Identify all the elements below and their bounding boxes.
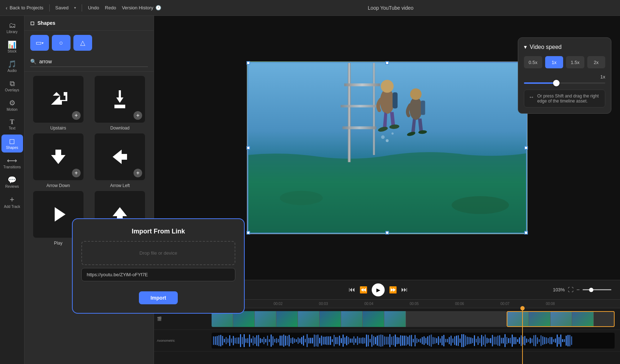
sidebar-item-label-library: Library <box>6 30 18 34</box>
arrow-down-svg <box>44 142 73 171</box>
audio-track: Axonometric <box>154 330 620 351</box>
wave-bar <box>215 336 216 345</box>
clip-frame-h2 <box>529 312 551 327</box>
modal-drop-area[interactable]: Drop file or device <box>81 241 235 265</box>
speed-panel-header[interactable]: ▾ Video speed <box>524 44 605 50</box>
speed-slider-fill <box>524 82 556 84</box>
rewind-button[interactable]: ⏪ <box>359 286 367 294</box>
wave-bar <box>323 337 324 345</box>
timeline-playhead[interactable] <box>522 308 523 364</box>
svg-rect-7 <box>348 62 350 162</box>
search-icon: 🔍 <box>30 59 36 64</box>
redo-button[interactable]: Redo <box>105 5 116 10</box>
video-clip-main[interactable] <box>212 311 507 327</box>
wave-bar <box>236 337 237 344</box>
wave-bar <box>460 338 461 343</box>
skip-to-start-button[interactable]: ⏮ <box>349 286 355 294</box>
shape-item-upstairs[interactable]: + Upstairs <box>29 76 88 131</box>
shape-item-download[interactable]: + Download <box>91 76 150 131</box>
speed-slider-thumb[interactable] <box>553 80 560 86</box>
speed-1.5x-button[interactable]: 1.5x <box>566 56 584 68</box>
play-pause-button[interactable]: ▶ <box>372 283 385 296</box>
sidebar-item-add-track[interactable]: + Add Track <box>1 193 23 211</box>
wave-bar <box>443 335 444 346</box>
wave-bar <box>290 338 291 343</box>
speed-1x-button[interactable]: 1x <box>545 56 564 68</box>
sidebar-item-transitions[interactable]: ⟷ Transitions <box>1 154 23 172</box>
download-add-button[interactable]: + <box>133 111 142 120</box>
wave-bar <box>416 338 417 343</box>
speed-slider-container[interactable] <box>524 82 605 84</box>
sidebar-item-overlays[interactable]: ⧉ Overlays <box>1 77 23 95</box>
fast-forward-button[interactable]: ⏩ <box>389 286 397 294</box>
search-input[interactable] <box>39 59 148 64</box>
import-button[interactable]: Import <box>139 291 178 304</box>
import-url-input[interactable] <box>81 268 235 281</box>
wave-bar <box>357 336 358 345</box>
wave-bar <box>425 338 426 344</box>
circle-icon: ○ <box>59 39 63 47</box>
wave-bar <box>244 334 245 347</box>
upstairs-add-button[interactable]: + <box>72 111 81 120</box>
back-to-projects-button[interactable]: ‹ Back to Projects <box>6 5 44 11</box>
wave-bar <box>285 336 286 346</box>
svg-point-25 <box>391 132 393 135</box>
svg-rect-9 <box>344 83 380 86</box>
volume-slider[interactable] <box>583 289 611 290</box>
saved-dropdown-icon[interactable]: ▾ <box>74 6 76 10</box>
wave-bar <box>562 339 563 342</box>
wave-bar <box>472 338 473 343</box>
zoom-out-button[interactable]: − <box>576 287 580 293</box>
add-track-icon: + <box>10 196 14 204</box>
wave-bar <box>386 337 387 344</box>
volume-thumb[interactable] <box>589 288 593 292</box>
sidebar-item-label-text: Text <box>9 126 15 130</box>
version-history-button[interactable]: Version History 🕐 <box>122 5 161 10</box>
reviews-icon: 💬 <box>8 176 17 183</box>
shapes-panel-title: Shapes <box>37 20 55 26</box>
wave-bar <box>406 336 407 345</box>
wave-bar <box>305 339 306 342</box>
arrow-left-add-button[interactable]: + <box>133 169 142 177</box>
shape-item-arrow-left[interactable]: + Arrow Left <box>91 133 150 188</box>
wave-bar <box>540 335 542 346</box>
arrow-left-svg <box>105 142 134 171</box>
wave-bar <box>531 338 533 342</box>
wave-bar <box>546 337 547 344</box>
wave-bar <box>571 336 572 345</box>
saved-status: Saved <box>55 5 69 10</box>
wave-bar <box>312 338 313 343</box>
sidebar-item-stock[interactable]: 📊 Stock <box>1 38 23 56</box>
sidebar-item-shapes[interactable]: ◻ Shapes <box>1 135 23 153</box>
clip-frame-7 <box>341 311 363 327</box>
wave-bar <box>335 337 336 344</box>
shape-item-arrow-down[interactable]: + Arrow Down <box>29 133 88 188</box>
zoom-fit-button[interactable]: ⛶ <box>568 287 574 293</box>
video-track-content[interactable] <box>183 308 620 329</box>
speed-2x-button[interactable]: 2x <box>587 56 606 68</box>
skip-to-end-button[interactable]: ⏭ <box>401 286 408 294</box>
sidebar-item-reviews[interactable]: 💬 Reviews <box>1 173 23 191</box>
shapes-tab-triangle[interactable]: △ <box>73 35 92 51</box>
wave-bar <box>308 338 309 343</box>
shape-label-arrow-left: Arrow Left <box>110 183 130 188</box>
wave-bar <box>497 336 498 346</box>
shapes-tab-rectangle[interactable]: ▭ ▾ <box>30 35 49 51</box>
wave-bar <box>537 337 538 343</box>
sidebar-item-text[interactable]: T Text <box>1 116 23 133</box>
audio-track-content[interactable] <box>183 330 620 351</box>
wave-bar <box>379 335 380 346</box>
sidebar-item-library[interactable]: 🗂 Library <box>1 19 23 37</box>
wave-bar <box>217 336 218 345</box>
wave-bar <box>542 336 543 345</box>
undo-button[interactable]: Undo <box>88 5 99 10</box>
sidebar-item-audio[interactable]: 🎵 Audio <box>1 58 23 76</box>
ruler-mark-4: 00:04 <box>364 302 409 306</box>
speed-0.5x-button[interactable]: 0.5x <box>524 56 542 68</box>
arrow-down-add-button[interactable]: + <box>72 169 81 177</box>
wave-bar <box>240 334 241 347</box>
sidebar-item-motion[interactable]: ⚙ Motion <box>1 96 23 114</box>
wave-bar <box>404 336 405 346</box>
shapes-tab-circle[interactable]: ○ <box>52 35 71 51</box>
wave-bar <box>526 338 527 343</box>
